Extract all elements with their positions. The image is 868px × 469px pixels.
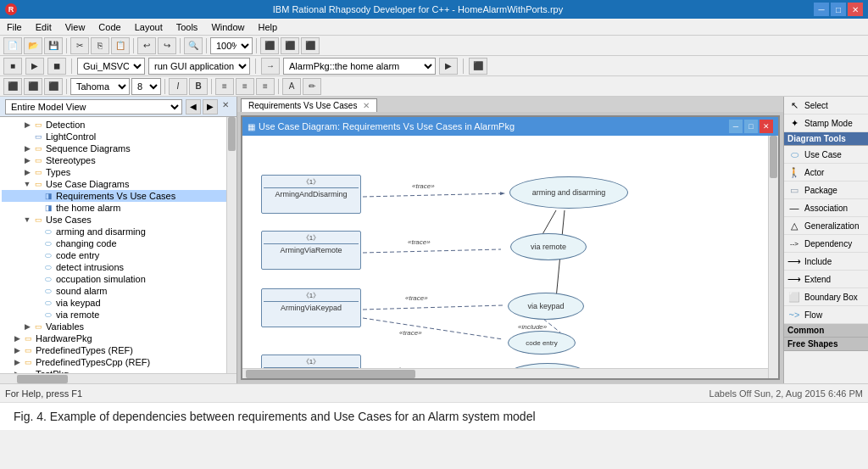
menu-view[interactable]: View (62, 20, 89, 34)
diagram-content[interactable]: «trace» «trace» «trace» «include» (242, 136, 778, 378)
tb2-b1[interactable]: ■ (3, 58, 22, 75)
tb3-bold[interactable]: B (189, 78, 208, 95)
diagram-scrollbar[interactable] (768, 136, 778, 378)
run-config-dropdown[interactable]: run GUI application (148, 58, 250, 75)
diagram-max-btn[interactable]: □ (744, 120, 758, 133)
tree-item-hardwarepkg[interactable]: ▶ ▭ HardwarePkg (2, 332, 235, 344)
tree-toggle[interactable]: ▶ (12, 357, 22, 367)
tree-item-requirements-vs-use-cases[interactable]: ◨ Requirements Vs Use Cases (2, 190, 235, 202)
tool-generalization[interactable]: △ Generalization (784, 217, 868, 235)
tb3-color[interactable]: A (282, 78, 301, 95)
tb-redo[interactable]: ↪ (158, 37, 176, 54)
tb-new[interactable]: 📄 (3, 37, 22, 54)
tb3-italic[interactable]: I (169, 78, 187, 95)
menu-layout[interactable]: Layout (131, 20, 166, 34)
tb3-b3[interactable]: ⬛ (44, 78, 63, 95)
horizontal-scrollbar[interactable] (0, 373, 236, 383)
tree-view[interactable]: ▶ ▭ Detection ▭ LightControl ▶ ▭ Sequenc… (0, 117, 236, 373)
tree-item-occupation[interactable]: ⬭ occupation simulation (2, 273, 235, 285)
menu-code[interactable]: Code (95, 20, 124, 34)
tree-item-predefined-cpp[interactable]: ▶ ▭ PredefinedTypesCpp (REF) (2, 356, 235, 368)
req-box-via-keypad[interactable]: 《1》 ArmingViaKeypad (261, 288, 361, 327)
tree-toggle[interactable]: ▼ (22, 179, 32, 189)
model-view-dropdown[interactable]: Entire Model View (5, 99, 182, 114)
tb3-b1[interactable]: ⬛ (3, 78, 22, 95)
tree-toggle[interactable]: ▶ (22, 321, 32, 332)
tb-more3[interactable]: ⬛ (301, 37, 320, 54)
tree-toggle[interactable]: ▶ (12, 369, 22, 373)
tb2-b2[interactable]: ▶ (25, 58, 44, 75)
free-shapes-header[interactable]: Free Shapes (784, 338, 868, 351)
tree-item-predefined[interactable]: ▶ ▭ PredefinedTypes (REF) (2, 344, 235, 356)
tree-item-seqdiag[interactable]: ▶ ▭ Sequence Diagrams (2, 142, 235, 154)
tb-paste[interactable]: 📋 (111, 37, 130, 54)
usecase-code-entry[interactable]: code entry (508, 331, 576, 355)
tool-extend[interactable]: ⟶ Extend (784, 271, 868, 288)
minimize-button[interactable]: ─ (814, 3, 829, 16)
tb-search[interactable]: 🔍 (184, 37, 203, 54)
panel-close-btn[interactable]: ✕ (220, 99, 231, 111)
tree-item-testpkg[interactable]: ▶ ▭ TestPkg (2, 368, 235, 373)
diagram-close-btn[interactable]: ✕ (760, 120, 773, 133)
menu-tools[interactable]: Tools (173, 20, 202, 34)
tool-actor[interactable]: 🚶 Actor (784, 164, 868, 181)
tb2-more[interactable]: ⬛ (469, 58, 487, 75)
tb-cut[interactable]: ✂ (70, 37, 89, 54)
tb2-b3[interactable]: ◼ (47, 58, 66, 75)
tree-toggle[interactable]: ▶ (22, 143, 32, 154)
tool-boundary-box[interactable]: ⬜ Boundary Box (784, 288, 868, 306)
menu-help[interactable]: Help (255, 20, 281, 34)
tb-save[interactable]: 💾 (44, 37, 63, 54)
tb3-align-l[interactable]: ≡ (215, 78, 234, 95)
tree-item-changing-code[interactable]: ⬭ changing code (2, 237, 235, 249)
tree-item-home-alarm[interactable]: ◨ the home alarm (2, 202, 235, 214)
tool-select[interactable]: ↖ Select (784, 97, 868, 114)
tree-scrollbar[interactable] (226, 117, 236, 373)
menu-edit[interactable]: Edit (32, 20, 55, 34)
tree-toggle[interactable]: ▶ (22, 120, 32, 130)
req-box-arming-disarming[interactable]: 《1》 ArmingAndDisarming (261, 175, 361, 214)
tree-toggle[interactable]: ▶ (22, 167, 32, 177)
tb3-color2[interactable]: ✏ (303, 78, 321, 95)
tool-dependency[interactable]: --> Dependency (784, 235, 868, 253)
common-header[interactable]: Common (784, 324, 868, 338)
tool-use-case[interactable]: ⬭ Use Case (784, 146, 868, 164)
tool-stamp[interactable]: ✦ Stamp Mode (784, 114, 868, 132)
diagram-tab[interactable]: Requirements Vs Use Cases ✕ (241, 98, 377, 112)
tree-toggle[interactable]: ▼ (22, 215, 32, 225)
maximize-button[interactable]: □ (831, 3, 846, 16)
tb-open[interactable]: 📂 (24, 37, 42, 54)
tool-include[interactable]: ⟶ Include (784, 253, 868, 271)
tree-item-usecasediags[interactable]: ▼ ▭ Use Case Diagrams (2, 178, 235, 190)
tree-item-usecases[interactable]: ▼ ▭ Use Cases (2, 214, 235, 226)
tree-item-variables[interactable]: ▶ ▭ Variables (2, 321, 235, 332)
usecase-via-remote[interactable]: via remote (510, 233, 587, 260)
zoom-dropdown[interactable]: 100% (210, 37, 253, 54)
tb2-go[interactable]: → (261, 58, 280, 75)
usecase-via-keypad[interactable]: via keypad (508, 293, 584, 320)
diagram-tools-header[interactable]: Diagram Tools (784, 132, 868, 146)
usecase-arming-disarming[interactable]: arming and disarming (509, 176, 628, 209)
req-box-via-remote[interactable]: 《1》 ArmingViaRemote (261, 231, 361, 270)
tree-item-stereotypes[interactable]: ▶ ▭ Stereotypes (2, 154, 235, 166)
model-dropdown[interactable]: AlarmPkg::the home alarm (283, 58, 436, 75)
panel-btn-fwd[interactable]: ▶ (203, 99, 218, 114)
tb-more2[interactable]: ⬛ (281, 37, 299, 54)
tree-item-sound-alarm[interactable]: ⬭ sound alarm (2, 285, 235, 297)
tb-copy[interactable]: ⎘ (91, 37, 109, 54)
diagram-min-btn[interactable]: ─ (729, 120, 743, 133)
tab-close-btn[interactable]: ✕ (363, 101, 370, 110)
tree-toggle[interactable]: ▶ (22, 155, 32, 165)
menu-file[interactable]: File (3, 20, 25, 34)
build-config-dropdown[interactable]: Gui_MSVC (77, 58, 145, 75)
tool-association[interactable]: — Association (784, 199, 868, 217)
tb-undo[interactable]: ↩ (137, 37, 156, 54)
tb2-model-btn[interactable]: ▶ (439, 58, 458, 75)
tb3-b2[interactable]: ⬛ (24, 78, 42, 95)
diagram-h-scrollbar[interactable] (242, 368, 768, 378)
tree-item-types[interactable]: ▶ ▭ Types (2, 166, 235, 178)
tree-item-detection[interactable]: ▶ ▭ Detection (2, 119, 235, 131)
tree-item-via-keypad[interactable]: ⬭ via keypad (2, 297, 235, 309)
tb3-align-r[interactable]: ≡ (256, 78, 275, 95)
tb3-align-c[interactable]: ≡ (236, 78, 254, 95)
